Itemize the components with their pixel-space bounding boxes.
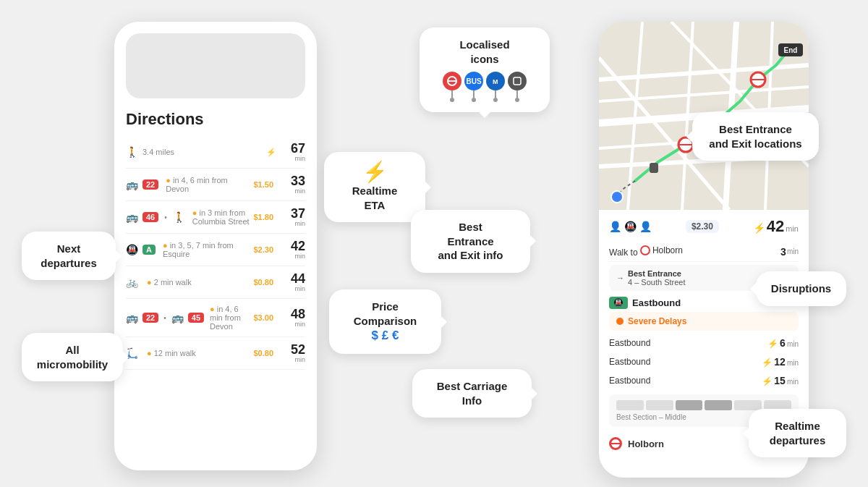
direction-label: Eastbound bbox=[632, 297, 681, 308]
route-row-bus22[interactable]: 🚌 22 ● in 4, 6 min from Devon $1.50 33 m… bbox=[126, 169, 305, 201]
bubble-departures-label: Nextdepartures bbox=[36, 242, 101, 270]
dep-num-2: 12 bbox=[774, 356, 786, 368]
bubble-next-departures: Nextdepartures bbox=[22, 232, 116, 280]
pin-metro: M bbox=[486, 72, 505, 102]
time-num-6: 48 bbox=[279, 308, 305, 321]
route-row-bus46[interactable]: 🚌 46 • 🚶 ● in 3 min from Columbia Street… bbox=[126, 201, 305, 234]
svg-rect-17 bbox=[650, 163, 658, 173]
pin-dot-3 bbox=[493, 98, 498, 102]
route-time-1: 67 min bbox=[279, 142, 305, 162]
pin-stem-3 bbox=[495, 90, 496, 98]
bubble-price-title: PriceComparison$ £ € bbox=[344, 300, 427, 344]
route-time-5: 44 min bbox=[279, 272, 305, 292]
walk-icon: 🚶 bbox=[126, 146, 138, 158]
dep-time-3: ⚡ 15 min bbox=[762, 375, 799, 386]
lightning-1: ⚡ bbox=[266, 148, 276, 157]
bus-icon-6b: 🚌 bbox=[171, 312, 184, 323]
route-row-scooter[interactable]: 🛴 ● 12 min walk $0.80 52 min bbox=[126, 337, 305, 370]
bubble-all-micro: Allmicromobility bbox=[22, 333, 123, 381]
total-time: ⚡ 42 min bbox=[753, 217, 799, 236]
time-unit-2: min bbox=[279, 187, 305, 195]
pin-head-bus: BUS bbox=[464, 72, 483, 90]
pin-other bbox=[508, 72, 527, 102]
bubble-best-exit-locations: Best Entranceand Exit locations bbox=[692, 112, 819, 161]
train-icon: 🚇 bbox=[624, 221, 637, 232]
bubble-best-carriage: Best CarriageInfo bbox=[412, 369, 532, 418]
dot-sep: • bbox=[164, 213, 167, 221]
time-unit-1: min bbox=[279, 155, 305, 162]
bubble-localised-icons: Localisedicons BUS M bbox=[420, 27, 550, 112]
route-info-2: ● in 4, 6 min from Devon bbox=[166, 176, 250, 193]
dep-num-3: 15 bbox=[774, 375, 786, 386]
departure-row-3: Eastbound ⚡ 15 min bbox=[609, 371, 799, 390]
person-icon: 👤 bbox=[609, 221, 621, 232]
entrance-title: Best Entrance bbox=[628, 269, 686, 278]
car-5 bbox=[734, 400, 762, 410]
badge-a: A bbox=[142, 245, 156, 255]
holborn-tube-circle bbox=[609, 437, 622, 450]
total-time-unit: min bbox=[786, 224, 799, 233]
time-unit-4: min bbox=[279, 253, 305, 260]
walk-icon-rp: Walk to bbox=[609, 247, 640, 258]
bubble-entrance-title: BestEntranceand Exit info bbox=[425, 220, 516, 263]
dep-lightning-3: ⚡ bbox=[762, 376, 773, 386]
person-icon2: 👤 bbox=[639, 221, 652, 232]
entrance-arrow: → bbox=[616, 274, 624, 282]
bubble-best-entrance-info: BestEntranceand Exit info bbox=[411, 210, 530, 273]
holborn-text-inline: Holborn bbox=[652, 245, 683, 255]
bubble-disruptions-label: Disruptions bbox=[770, 281, 832, 296]
eta-lightning-icon: ⚡ bbox=[339, 162, 411, 182]
directions-title: Directions bbox=[126, 110, 305, 129]
dep-label-3: Eastbound bbox=[609, 376, 762, 386]
route-time-2: 33 min bbox=[279, 174, 305, 195]
time-num-2: 33 bbox=[279, 174, 305, 187]
price-badge: $2.30 bbox=[686, 220, 719, 233]
tube-inline-icon bbox=[640, 245, 650, 255]
bike-icon-5: 🚲 bbox=[126, 276, 138, 288]
total-time-num: 42 bbox=[767, 217, 784, 236]
pin-head-other bbox=[508, 72, 527, 90]
dep-unit-2: min bbox=[787, 359, 799, 367]
time-unit-7: min bbox=[279, 356, 305, 363]
route-row-bus22-45[interactable]: 🚌 22 • 🚌 45 ● in 4, 6 min from Devon $3.… bbox=[126, 299, 305, 337]
bus-icon-2: 🚌 bbox=[126, 179, 138, 190]
route-info-3: ● in 3 min from Columbia Street bbox=[192, 208, 251, 226]
badge-22b: 22 bbox=[142, 313, 158, 323]
svg-point-12 bbox=[611, 191, 623, 203]
route-time-4: 42 min bbox=[279, 240, 305, 260]
time-num-5: 44 bbox=[279, 272, 305, 285]
route-info-7: ● 12 min walk bbox=[147, 349, 250, 357]
pin-dot-1 bbox=[450, 98, 454, 102]
departure-row-1: Eastbound ⚡ 6 min bbox=[609, 334, 799, 352]
dot-sep2: • bbox=[163, 314, 166, 322]
route-price-6: $3.00 bbox=[253, 313, 273, 322]
rp-icons-left: 👤 🚇 👤 bbox=[609, 221, 652, 232]
route-row-walk[interactable]: 🚶 3.4 miles ⚡ 67 min bbox=[126, 136, 305, 169]
bubble-disruptions: Disruptions bbox=[756, 271, 846, 306]
bubble-price-comparison: PriceComparison$ £ € bbox=[329, 289, 441, 354]
pin-stem-4 bbox=[516, 90, 518, 98]
route-price-3: $1.80 bbox=[253, 213, 273, 221]
badge-22: 22 bbox=[142, 179, 158, 190]
bubble-realtime-departures: Realtimedepartures bbox=[749, 409, 846, 457]
route-row-bike[interactable]: 🚲 ● 2 min walk $0.80 44 min bbox=[126, 266, 305, 299]
bus-icon-3: 🚌 bbox=[126, 211, 138, 223]
tube-green-badge: 🚇 bbox=[609, 297, 628, 309]
time-unit-3: min bbox=[279, 220, 305, 227]
time-unit-5: min bbox=[279, 285, 305, 292]
car-4 bbox=[705, 400, 732, 410]
badge-45: 45 bbox=[188, 313, 204, 323]
pin-bus: BUS bbox=[464, 72, 483, 102]
dep-label-2: Eastbound bbox=[609, 357, 762, 367]
dep-lightning-1: ⚡ bbox=[767, 339, 778, 349]
route-row-subway-a[interactable]: 🚇 A ● in 3, 5, 7 min from Esquire $2.30 … bbox=[126, 234, 305, 266]
walk-icon-3: 🚶 bbox=[173, 211, 185, 223]
bubble-exit-loc-title: Best Entranceand Exit locations bbox=[707, 122, 804, 151]
route-price-5: $0.80 bbox=[253, 278, 273, 287]
bubble-realtime-eta: ⚡ RealtimeETA bbox=[324, 152, 425, 222]
pin-stem-2 bbox=[473, 90, 475, 98]
badge-46: 46 bbox=[142, 212, 158, 222]
dep-label-1: Eastbound bbox=[609, 338, 767, 348]
bubble-micro-label: Allmicromobility bbox=[36, 343, 109, 371]
route-price-4: $2.30 bbox=[253, 245, 273, 254]
